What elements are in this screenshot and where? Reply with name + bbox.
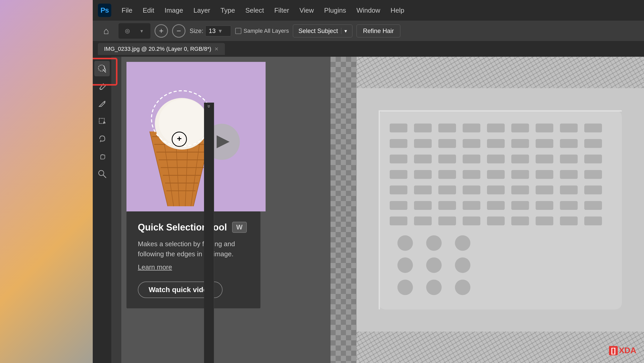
transform-tool[interactable] xyxy=(94,113,110,129)
menu-type[interactable]: Type xyxy=(216,4,239,16)
menu-window[interactable]: Window xyxy=(352,4,384,16)
svg-rect-85 xyxy=(560,201,578,210)
menu-filter[interactable]: Filter xyxy=(270,4,293,16)
size-label: Size: xyxy=(190,27,203,35)
options-bar: ⌂ ◎ ▾ + − Size: 13 ▾ Sample All Layers xyxy=(93,21,644,41)
svg-point-101 xyxy=(455,258,470,273)
svg-rect-36 xyxy=(463,123,480,132)
quick-selection-tool[interactable] xyxy=(94,61,110,76)
menu-file[interactable]: File xyxy=(117,4,137,16)
menu-layer[interactable]: Layer xyxy=(189,4,214,16)
hand-tool[interactable] xyxy=(94,148,110,164)
menu-select[interactable]: Select xyxy=(241,4,268,16)
svg-rect-46 xyxy=(487,139,505,148)
svg-line-7 xyxy=(103,175,106,178)
tools-expand-arrow[interactable]: » xyxy=(204,103,214,363)
select-subject-dropdown-icon[interactable]: ▾ xyxy=(341,28,347,34)
svg-rect-34 xyxy=(414,123,432,132)
add-to-selection-btn[interactable]: + xyxy=(155,24,168,38)
ps-window: Ps File Edit Image Layer Type Select Fil… xyxy=(93,0,644,363)
pencil-tool[interactable] xyxy=(94,96,110,111)
svg-rect-77 xyxy=(584,186,602,194)
svg-rect-106 xyxy=(379,110,380,310)
menu-help[interactable]: Help xyxy=(386,4,408,16)
zoom-tool[interactable] xyxy=(94,166,110,182)
svg-rect-66 xyxy=(536,170,553,179)
svg-text:+: + xyxy=(177,134,182,143)
svg-rect-53 xyxy=(438,154,456,163)
svg-rect-83 xyxy=(511,201,529,210)
xda-text: XDA xyxy=(619,346,636,355)
content-area: » xyxy=(93,57,644,363)
svg-rect-59 xyxy=(584,154,602,163)
home-icon: ⌂ xyxy=(103,26,109,36)
svg-rect-95 xyxy=(584,217,602,225)
svg-rect-48 xyxy=(536,139,553,148)
svg-point-100 xyxy=(426,258,442,273)
svg-point-98 xyxy=(455,235,470,251)
svg-rect-60 xyxy=(390,170,408,179)
svg-rect-65 xyxy=(511,170,529,179)
svg-rect-67 xyxy=(560,170,578,179)
svg-rect-82 xyxy=(487,201,505,210)
size-chevron-icon: ▾ xyxy=(219,27,222,35)
svg-rect-63 xyxy=(463,170,480,179)
svg-rect-57 xyxy=(536,154,553,163)
menu-image[interactable]: Image xyxy=(160,4,187,16)
svg-rect-50 xyxy=(584,139,602,148)
select-subject-label: Select Subject xyxy=(298,27,341,35)
brush-mode-selector[interactable]: ◎ xyxy=(121,24,134,38)
sample-all-layers-checkbox[interactable] xyxy=(235,28,241,34)
svg-rect-61 xyxy=(414,170,432,179)
svg-point-99 xyxy=(397,258,413,273)
eraser-tool[interactable] xyxy=(94,78,110,94)
document-tab[interactable]: IMG_0233.jpg @ 20.2% (Layer 0, RGB/8*) ✕ xyxy=(98,43,225,55)
svg-rect-44 xyxy=(438,139,456,148)
svg-rect-81 xyxy=(463,201,480,210)
svg-rect-62 xyxy=(438,170,456,179)
svg-rect-68 xyxy=(584,170,602,179)
metal-hardware-svg xyxy=(357,57,644,363)
tooltip-panel: Quick Selection tool W Makes a selection… xyxy=(126,211,260,308)
ice-cream-svg: + xyxy=(126,62,266,211)
svg-point-103 xyxy=(426,279,442,295)
size-value[interactable]: 13 ▾ xyxy=(205,26,231,36)
learn-more-link[interactable]: Learn more xyxy=(138,263,172,271)
menu-view[interactable]: View xyxy=(295,4,318,16)
pencil-icon xyxy=(98,99,106,108)
minus-icon: − xyxy=(176,27,181,35)
svg-rect-42 xyxy=(390,139,408,148)
menu-plugins[interactable]: Plugins xyxy=(320,4,350,16)
svg-point-102 xyxy=(397,279,413,295)
svg-rect-43 xyxy=(414,139,432,148)
select-subject-button[interactable]: Select Subject ▾ xyxy=(293,24,352,37)
xda-bracket-icon: [] xyxy=(609,346,618,355)
menu-edit[interactable]: Edit xyxy=(139,4,158,16)
canvas-area: + Quick Selection tool W Makes a selecti… xyxy=(121,57,644,363)
svg-rect-45 xyxy=(463,139,480,148)
home-button[interactable]: ⌂ xyxy=(98,23,114,39)
svg-rect-38 xyxy=(511,123,529,132)
eraser-icon xyxy=(98,82,106,90)
lasso-icon xyxy=(98,134,106,143)
tools-panel xyxy=(93,57,111,363)
brush-mode-chevron[interactable]: ▾ xyxy=(135,24,148,38)
refine-hair-button[interactable]: Refine Hair xyxy=(357,24,400,37)
transform-icon xyxy=(98,117,106,126)
lasso-tool[interactable] xyxy=(94,131,110,146)
svg-rect-69 xyxy=(390,186,408,194)
svg-rect-105 xyxy=(379,110,622,112)
plus-icon: + xyxy=(159,27,164,35)
tooltip-description: Makes a selection by finding andfollowin… xyxy=(138,239,249,259)
quick-selection-tool-container xyxy=(94,61,110,76)
svg-point-104 xyxy=(455,279,470,295)
svg-rect-52 xyxy=(414,154,432,163)
zoom-icon xyxy=(98,169,106,178)
svg-rect-71 xyxy=(438,186,456,194)
tab-close-button[interactable]: ✕ xyxy=(214,46,219,52)
svg-rect-91 xyxy=(487,217,505,225)
sample-all-layers-label: Sample All Layers xyxy=(243,28,289,34)
menu-bar: Ps File Edit Image Layer Type Select Fil… xyxy=(93,0,644,21)
subtract-from-selection-btn[interactable]: − xyxy=(172,24,185,38)
svg-rect-87 xyxy=(390,217,408,225)
